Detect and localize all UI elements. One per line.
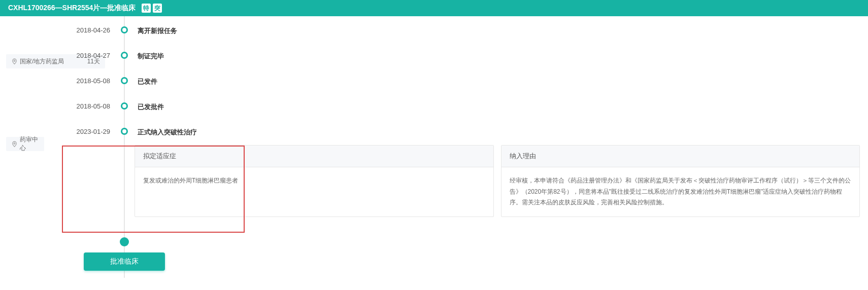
- location-icon: [11, 141, 18, 148]
- badge-special: 特: [142, 4, 151, 13]
- event-title: 制证完毕: [135, 52, 164, 61]
- event-date: 2018-05-08: [0, 77, 114, 85]
- badge-breakthrough: 突: [153, 4, 162, 13]
- timeline-node-icon: [121, 102, 128, 110]
- event-date: 2018-05-08: [0, 102, 114, 110]
- timeline-node-icon: [121, 26, 128, 33]
- event-title: 离开新报任务: [135, 26, 177, 35]
- detail-body: 复发或难治的外周T细胞淋巴瘤患者: [135, 167, 493, 195]
- approve-clinical-button[interactable]: 批准临床: [84, 252, 165, 271]
- detail-body: 经审核，本申请符合《药品注册管理办法》和《国家药监局关于发布＜突破性治疗药物审评…: [502, 167, 860, 216]
- detail-box-reason: 纳入理由 经审核，本申请符合《药品注册管理办法》和《国家药监局关于发布＜突破性治…: [501, 145, 860, 217]
- event-date: 2023-01-29: [0, 128, 114, 135]
- event-title: 正式纳入突破性治疗: [135, 128, 197, 137]
- timeline-event: 2018-05-08 已发件: [0, 77, 868, 86]
- timeline-node-icon: [121, 52, 128, 59]
- event-date: 2018-04-26: [0, 26, 114, 34]
- timeline-node-icon: [121, 77, 128, 84]
- timeline-event: 2018-04-26 离开新报任务: [0, 26, 868, 35]
- timeline-node-filled-icon: [120, 237, 129, 246]
- event-title: 已发件: [135, 77, 157, 86]
- timeline-area: 国家/地方药监局 11天 药审中心 2018-04-26 离开新报任务 2018…: [0, 16, 868, 278]
- bottom-section: 批准临床: [0, 237, 868, 278]
- event-title: 已发批件: [135, 102, 164, 112]
- page-header: CXHL1700266—SHR2554片—批准临床 特 突: [0, 0, 868, 16]
- stage-label: 药审中心: [20, 135, 39, 153]
- detail-row: 拟定适应症 复发或难治的外周T细胞淋巴瘤患者 纳入理由 经审核，本申请符合《药品…: [0, 145, 868, 217]
- event-date: 2018-04-27: [0, 52, 114, 59]
- detail-header: 拟定适应症: [135, 146, 493, 167]
- timeline-event-breakthrough: 2023-01-29 正式纳入突破性治疗: [0, 128, 868, 137]
- detail-box-indication: 拟定适应症 复发或难治的外周T细胞淋巴瘤患者: [135, 145, 494, 217]
- timeline-end-node: [120, 237, 129, 246]
- page-title: CXHL1700266—SHR2554片—批准临床: [8, 4, 136, 13]
- stage-tag-cde: 药审中心: [6, 137, 44, 151]
- timeline-event: 2018-04-27 制证完毕: [0, 52, 868, 61]
- svg-point-1: [14, 142, 15, 144]
- timeline-event: 2018-05-08 已发批件: [0, 102, 868, 112]
- detail-header: 纳入理由: [502, 146, 860, 167]
- timeline-node-icon: [121, 128, 128, 135]
